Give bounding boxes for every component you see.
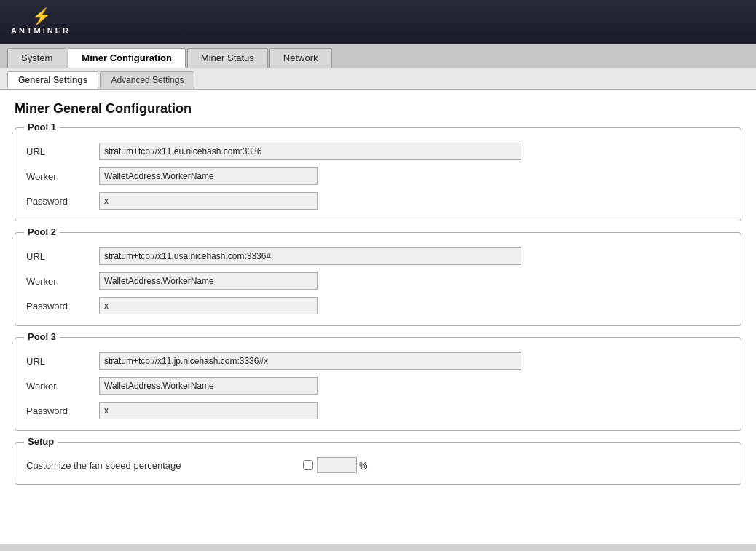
- pool1-worker-row: Worker: [26, 167, 730, 185]
- pool3-url-label: URL: [26, 356, 99, 367]
- pool3-password-input[interactable]: [99, 402, 318, 419]
- fan-speed-checkbox[interactable]: [303, 460, 313, 470]
- fan-speed-input[interactable]: [317, 457, 357, 473]
- pool1-worker-label: Worker: [26, 171, 99, 182]
- subtab-advanced-settings[interactable]: Advanced Settings: [100, 71, 194, 89]
- pool3-url-input[interactable]: [99, 352, 521, 370]
- pool2-password-input[interactable]: [99, 297, 318, 314]
- pool2-worker-row: Worker: [26, 272, 730, 290]
- tab-miner-configuration[interactable]: Miner Configuration: [68, 48, 186, 68]
- setup-section: Setup Customize the fan speed percentage…: [15, 442, 741, 485]
- pool2-section: Pool 2 URL Worker Password: [15, 232, 741, 326]
- pool2-worker-input[interactable]: [99, 272, 318, 290]
- pool3-legend: Pool 3: [24, 331, 60, 342]
- fan-speed-label: Customize the fan speed percentage: [26, 460, 303, 471]
- pool2-password-label: Password: [26, 301, 99, 312]
- page-title: Miner General Configuration: [15, 101, 741, 116]
- fan-percent-symbol: %: [359, 460, 368, 471]
- logo-icon: ⚡: [31, 9, 51, 25]
- subtab-general-settings[interactable]: General Settings: [7, 71, 98, 89]
- pool1-password-label: Password: [26, 196, 99, 207]
- setup-legend: Setup: [24, 436, 58, 447]
- pool2-url-input[interactable]: [99, 247, 521, 265]
- pool2-url-row: URL: [26, 247, 730, 265]
- pool3-worker-input[interactable]: [99, 377, 318, 395]
- tab-miner-status[interactable]: Miner Status: [187, 48, 268, 68]
- pool3-section: Pool 3 URL Worker Password: [15, 337, 741, 431]
- main-content: Miner General Configuration Pool 1 URL W…: [0, 90, 756, 544]
- tab-system[interactable]: System: [7, 48, 66, 68]
- fan-speed-row: Customize the fan speed percentage %: [26, 457, 730, 473]
- pool1-url-input[interactable]: [99, 143, 521, 160]
- pool3-url-row: URL: [26, 352, 730, 370]
- pool3-password-row: Password: [26, 402, 730, 419]
- logo-text: ANTMINER: [11, 26, 71, 35]
- pool1-password-row: Password: [26, 192, 730, 210]
- footer: ✕ Reset ✓ Save&Apply: [0, 544, 756, 551]
- pool1-url-row: URL: [26, 143, 730, 160]
- pool1-legend: Pool 1: [24, 122, 60, 132]
- header: ⚡ ANTMINER: [0, 0, 756, 44]
- pool2-url-label: URL: [26, 251, 99, 262]
- top-nav: System Miner Configuration Miner Status …: [0, 44, 756, 68]
- pool2-legend: Pool 2: [24, 226, 60, 237]
- pool2-password-row: Password: [26, 297, 730, 314]
- pool1-url-label: URL: [26, 146, 99, 157]
- pool2-worker-label: Worker: [26, 276, 99, 287]
- pool3-password-label: Password: [26, 405, 99, 416]
- pool1-password-input[interactable]: [99, 192, 318, 210]
- sub-nav: General Settings Advanced Settings: [0, 68, 756, 90]
- pool3-worker-row: Worker: [26, 377, 730, 395]
- pool3-worker-label: Worker: [26, 381, 99, 392]
- tab-network[interactable]: Network: [269, 48, 332, 68]
- logo: ⚡ ANTMINER: [11, 9, 71, 35]
- pool1-worker-input[interactable]: [99, 167, 318, 185]
- pool1-section: Pool 1 URL Worker Password: [15, 127, 741, 221]
